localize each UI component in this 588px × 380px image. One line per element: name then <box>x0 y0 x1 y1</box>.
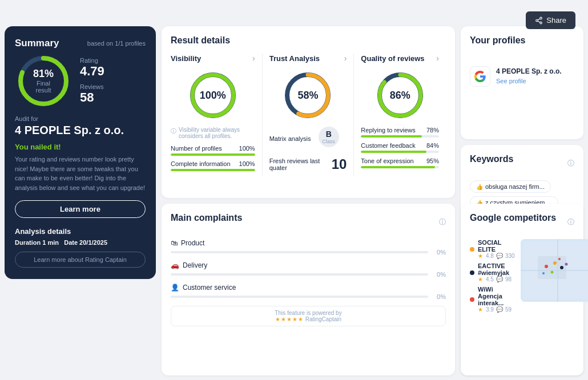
complaint-label-product: 🛍 Product <box>171 239 446 247</box>
competitors-panel: Google competitors ⓘ SOCIAL ELITE ★ 4.8 <box>461 204 583 375</box>
learn-more-button[interactable]: Learn more <box>15 200 146 218</box>
result-cols: Visibility › 100% <box>171 54 446 176</box>
cs-icon: 👤 <box>171 284 179 292</box>
feedback-progress <box>361 151 439 153</box>
complete-val: 100% <box>239 160 255 167</box>
date-label: Date <box>64 239 78 246</box>
trust-title: Trust Analysis › <box>269 54 347 63</box>
fresh-reviews-label: Fresh reviews last quater <box>269 157 332 171</box>
keywords-info-icon[interactable]: ⓘ <box>567 159 574 168</box>
complete-label: Complete information <box>171 160 231 167</box>
quality-col: Quality of reviews › 86% <box>354 54 446 176</box>
cs-label: Customer service <box>183 284 236 292</box>
metric-label-feedback: Customer feedback 84% <box>361 142 439 149</box>
comp-reviews-count-2: 59 <box>505 306 512 313</box>
comp-reviews-count-1: 98 <box>505 276 512 282</box>
complaints-info-icon[interactable]: ⓘ <box>439 217 446 227</box>
keywords-title-row: Keywords ⓘ <box>470 154 574 172</box>
metric-number-profiles: Number of profiles 100% <box>171 145 255 156</box>
svg-point-20 <box>560 266 563 269</box>
comp-stars-1: ★ <box>478 276 484 282</box>
quality-circle: 86% <box>374 70 426 121</box>
svg-line-3 <box>538 21 540 22</box>
complete-progress-bar <box>171 169 255 171</box>
metric-feedback: Customer feedback 84% <box>361 142 439 153</box>
final-percent: 81% <box>29 68 58 80</box>
trust-label: Trust Analysis <box>269 54 320 63</box>
analysis-details-title: Analysis details <box>15 227 146 236</box>
comp-dot-0 <box>470 247 474 252</box>
tone-label: Tone of expression <box>361 157 413 164</box>
visibility-note-text: Visibility variable always considers all… <box>179 127 255 139</box>
fresh-reviews-val: 10 <box>332 156 347 172</box>
learn-more-rating-button[interactable]: Learn more about Rating Captain <box>15 252 146 268</box>
competitors-info-icon[interactable]: ⓘ <box>567 217 574 227</box>
complaints-title-row: Main complaints ⓘ <box>171 213 446 231</box>
profiles-scroll[interactable]: 4 PEOPLE Sp. z o.o. See profile <box>470 62 574 130</box>
complaint-cs: 👤 Customer service 0% <box>171 284 446 300</box>
profile-link[interactable]: See profile <box>496 78 526 84</box>
visibility-chevron[interactable]: › <box>252 54 255 63</box>
badge-letter: B <box>326 130 332 139</box>
google-icon-wrap <box>470 66 490 87</box>
duration-label: Duration <box>15 239 41 246</box>
b-class-badge: B Class <box>319 127 339 147</box>
competitor-2: WiWi Agencja interak... ★ 3.9 💬 59 <box>470 286 515 313</box>
date-val: 20/1/2025 <box>79 239 107 246</box>
metric-label-profiles: Number of profiles 100% <box>171 145 255 152</box>
summary-circle-row: 81% Final result Rating 4.79 Reviews 58 <box>15 52 146 110</box>
share-button[interactable]: Share <box>526 11 575 29</box>
rating-val: 4.79 <box>80 64 104 79</box>
duration-val: 1 min <box>42 239 59 246</box>
result-details-panel: Result details Visibility › <box>162 26 455 198</box>
final-label: Final result <box>29 80 58 94</box>
quality-chevron[interactable]: › <box>436 54 439 63</box>
metric-label-tone: Tone of expression 95% <box>361 157 439 164</box>
comp-name-0: SOCIAL ELITE <box>478 239 515 253</box>
svg-point-0 <box>540 17 542 19</box>
reviews-label: Reviews <box>80 83 104 90</box>
profiles-val: 100% <box>239 145 255 152</box>
svg-line-4 <box>538 18 540 19</box>
svg-point-2 <box>540 22 542 24</box>
competitors-list: SOCIAL ELITE ★ 4.8 💬 330 <box>470 239 515 316</box>
trust-circle: 58% <box>282 70 333 121</box>
final-result-circle: 81% Final result <box>15 52 72 110</box>
comp-meta-0: ★ 4.8 💬 330 <box>478 253 515 259</box>
svg-point-19 <box>553 261 557 265</box>
nailed-label: You nailed it! <box>15 143 146 151</box>
comp-reviews-0: 💬 <box>496 253 503 259</box>
profiles-title-row: Your profiles <box>470 35 574 54</box>
comp-stars-0: ★ <box>478 253 484 259</box>
trust-percent: 58% <box>297 90 318 102</box>
comp-name-1: EACTIVE #wiemyjak <box>478 262 515 276</box>
content-grid: Summary based on 1/1 profiles 81% Final … <box>5 26 583 375</box>
profiles-label: Number of profiles <box>171 145 222 152</box>
visibility-note: ⓘ Visibility variable always considers a… <box>171 127 255 139</box>
metric-label-replying: Replying to reviews 78% <box>361 127 439 134</box>
visibility-percent: 100% <box>200 90 226 102</box>
quality-title: Quality of reviews › <box>361 54 439 63</box>
comp-name-2: WiWi Agencja interak... <box>478 286 515 306</box>
rating-reviews: Rating 4.79 Reviews 58 <box>80 57 104 105</box>
comp-rating-0: 4.8 <box>486 253 494 259</box>
trust-chevron[interactable]: › <box>344 54 347 63</box>
cs-pct: 0% <box>432 293 446 300</box>
complaint-label-delivery: 🚗 Delivery <box>171 261 446 269</box>
tone-progress <box>361 166 439 168</box>
summary-card: Summary based on 1/1 profiles 81% Final … <box>5 26 156 279</box>
analysis-meta: Duration 1 min Date 20/1/2025 <box>15 239 146 246</box>
visibility-title: Visibility › <box>171 54 255 63</box>
competitors-content: SOCIAL ELITE ★ 4.8 💬 330 <box>470 239 574 316</box>
visibility-col: Visibility › 100% <box>171 54 263 176</box>
complaints-panel: Main complaints ⓘ 🛍 Product 0% <box>162 204 455 375</box>
visibility-circle-wrap: 100% <box>171 70 255 121</box>
replying-label: Replying to reviews <box>361 127 415 134</box>
metric-replying: Replying to reviews 78% <box>361 127 439 138</box>
powered-by: This feature is powered by ★★★★★ RatingC… <box>171 306 446 326</box>
replying-val: 78% <box>426 127 439 134</box>
complaint-product: 🛍 Product 0% <box>171 239 446 256</box>
comp-dot-2 <box>470 297 474 302</box>
complaint-label-cs: 👤 Customer service <box>171 284 446 292</box>
keyword-tag-0[interactable]: obsługa naszej firm... <box>470 180 551 193</box>
